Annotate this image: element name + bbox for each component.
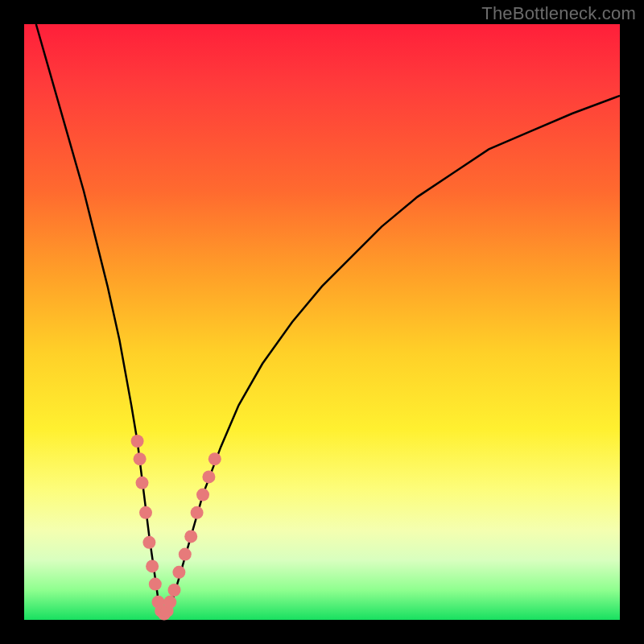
curve-marker — [191, 506, 204, 519]
bottleneck-curve — [24, 24, 620, 620]
watermark-text: TheBottleneck.com — [481, 3, 636, 24]
curve-marker — [202, 470, 215, 483]
curve-marker — [136, 477, 149, 489]
curve-marker — [139, 506, 152, 519]
curve-marker — [208, 452, 221, 465]
curve-marker — [131, 435, 144, 448]
curve-marker — [179, 548, 192, 561]
chart-frame: TheBottleneck.com — [0, 0, 644, 644]
curve-marker — [149, 578, 162, 591]
curve-marker — [172, 566, 185, 579]
curve-marker — [168, 584, 181, 597]
curve-marker — [163, 596, 176, 609]
curve-marker — [184, 530, 197, 543]
curve-marker — [146, 559, 159, 572]
curve-marker — [196, 489, 209, 502]
plot-area — [24, 24, 620, 620]
curve-markers — [131, 435, 221, 621]
curve-marker — [134, 452, 147, 465]
curve-marker — [142, 536, 155, 549]
curve-line — [36, 24, 620, 614]
